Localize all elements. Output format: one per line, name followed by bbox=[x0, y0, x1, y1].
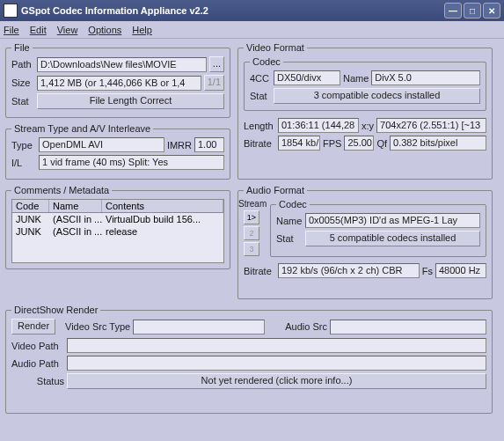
menu-edit[interactable]: Edit bbox=[30, 25, 47, 35]
col-name[interactable]: Name bbox=[49, 200, 102, 212]
menu-options[interactable]: Options bbox=[88, 25, 121, 35]
size-field: 1,412 MB (or 1,446,066 KB or 1,4 bbox=[37, 76, 201, 91]
vst-label: Video Src Type bbox=[65, 321, 130, 332]
type-field: OpenDML AVI bbox=[39, 137, 164, 152]
length-label: Length bbox=[244, 121, 275, 131]
stream-group: Stream Type and A/V Interleave Type Open… bbox=[5, 123, 230, 180]
video-bitrate-field: 1854 kb/ bbox=[278, 136, 320, 151]
imrr-field: 1.00 bbox=[194, 137, 224, 152]
audio-group: Audio Format Stream 1> 2 3 Codec Name 0x… bbox=[237, 185, 493, 299]
comments-table[interactable]: Code Name Contents JUNK (ASCII in ... Vi… bbox=[11, 199, 224, 263]
length-field: 01:36:11 (144,28 bbox=[278, 118, 359, 133]
fps-label: FPS bbox=[323, 138, 341, 149]
audio-bitrate-label: Bitrate bbox=[244, 266, 275, 276]
size-label: Size bbox=[11, 77, 34, 88]
file-stat-label: Stat bbox=[11, 96, 34, 107]
render-legend: DirectShow Render bbox=[11, 305, 100, 315]
content-area: File Path D:\Downloads\New files\MOVIE .… bbox=[0, 39, 504, 441]
file-stat-button[interactable]: File Length Correct bbox=[37, 93, 224, 109]
frac-button[interactable]: 1/1 bbox=[204, 75, 224, 91]
menu-file[interactable]: File bbox=[4, 25, 19, 35]
menu-help[interactable]: Help bbox=[132, 25, 152, 35]
qf-label: Qf bbox=[376, 138, 387, 149]
minimize-button[interactable]: — bbox=[444, 3, 462, 18]
file-group: File Path D:\Downloads\New files\MOVIE .… bbox=[5, 42, 230, 118]
video-name-field: DivX 5.0 bbox=[371, 70, 480, 85]
table-row[interactable]: JUNK (ASCII in ... release bbox=[12, 225, 223, 238]
comments-group: Comments / Metadata Code Name Contents J… bbox=[5, 185, 230, 269]
audio-codec-legend: Codec bbox=[276, 199, 310, 209]
asrc-field bbox=[330, 320, 486, 334]
vpath-label: Video Path bbox=[11, 341, 64, 351]
browse-button[interactable]: ... bbox=[209, 56, 224, 72]
video-stat-button[interactable]: 3 compatible codecs installed bbox=[274, 88, 480, 104]
fourcc-field: DX50/divx bbox=[274, 70, 340, 85]
window-title: GSpot Codec Information Appliance v2.2 bbox=[21, 5, 442, 16]
close-button[interactable]: ✕ bbox=[483, 3, 500, 18]
file-legend: File bbox=[11, 42, 33, 53]
apath-label: Audio Path bbox=[11, 358, 64, 369]
fourcc-label: 4CC bbox=[250, 73, 271, 84]
video-legend: Video Format bbox=[244, 42, 307, 53]
il-field: 1 vid frame (40 ms) Split: Yes bbox=[39, 155, 224, 170]
vpath-field bbox=[67, 338, 486, 353]
video-name-label: Name bbox=[343, 73, 369, 84]
video-codec-legend: Codec bbox=[250, 56, 283, 67]
menu-view[interactable]: View bbox=[57, 25, 78, 35]
imrr-label: IMRR bbox=[167, 140, 192, 151]
audio-name-field: 0x0055(MP3) ID'd as MPEG-1 Lay bbox=[305, 213, 480, 228]
video-bitrate-label: Bitrate bbox=[244, 138, 275, 149]
apath-field bbox=[67, 356, 486, 371]
fps-field: 25.00 bbox=[344, 136, 374, 151]
stream-3-button: 3 bbox=[244, 242, 259, 256]
stream-1-button[interactable]: 1> bbox=[244, 210, 259, 224]
comments-legend: Comments / Metadata bbox=[11, 185, 112, 195]
asrc-label: Audio Src bbox=[285, 321, 327, 332]
audio-stat-label: Stat bbox=[276, 233, 303, 244]
col-code[interactable]: Code bbox=[12, 200, 49, 212]
stream-label: Stream bbox=[238, 199, 267, 209]
table-body: JUNK (ASCII in ... VirtualDub build 156.… bbox=[12, 213, 223, 262]
audio-name-label: Name bbox=[276, 216, 303, 226]
fs-label: Fs bbox=[422, 266, 433, 276]
status-button[interactable]: Not yet rendered (click more info...) bbox=[67, 373, 486, 389]
fs-field: 48000 Hz bbox=[435, 263, 486, 278]
audio-bitrate-field: 192 kb/s (96/ch x 2 ch) CBR bbox=[278, 263, 420, 278]
stream-2-button: 2 bbox=[244, 226, 259, 240]
path-field[interactable]: D:\Downloads\New files\MOVIE bbox=[37, 57, 207, 72]
render-group: DirectShow Render Render Video Src Type … bbox=[5, 305, 493, 414]
app-icon bbox=[4, 4, 18, 18]
video-stat-label: Stat bbox=[250, 91, 271, 101]
path-label: Path bbox=[11, 59, 34, 70]
audio-codec-group: Codec Name 0x0055(MP3) ID'd as MPEG-1 La… bbox=[270, 199, 486, 257]
maximize-button[interactable]: □ bbox=[464, 3, 481, 18]
vst-field bbox=[133, 320, 265, 334]
audio-legend: Audio Format bbox=[244, 185, 307, 195]
il-label: I/L bbox=[11, 158, 36, 168]
menubar: File Edit View Options Help bbox=[0, 21, 504, 39]
xy-label: x:y bbox=[362, 121, 374, 131]
titlebar: GSpot Codec Information Appliance v2.2 —… bbox=[0, 0, 504, 21]
video-codec-group: Codec 4CC DX50/divx Name DivX 5.0 Stat 3… bbox=[244, 56, 486, 111]
audio-stat-button[interactable]: 5 compatible codecs installed bbox=[305, 231, 480, 246]
render-button[interactable]: Render bbox=[11, 319, 55, 334]
table-header: Code Name Contents bbox=[12, 200, 223, 213]
type-label: Type bbox=[11, 140, 36, 151]
qf-field: 0.382 bits/pixel bbox=[390, 136, 486, 151]
status-label: Status bbox=[11, 376, 64, 386]
col-contents[interactable]: Contents bbox=[102, 200, 223, 212]
stream-legend: Stream Type and A/V Interleave bbox=[11, 123, 153, 134]
xy-field: 704x276 (2.551:1) [~13 bbox=[376, 118, 486, 133]
video-group: Video Format Codec 4CC DX50/divx Name Di… bbox=[237, 42, 493, 180]
table-row[interactable]: JUNK (ASCII in ... VirtualDub build 156.… bbox=[12, 213, 223, 225]
